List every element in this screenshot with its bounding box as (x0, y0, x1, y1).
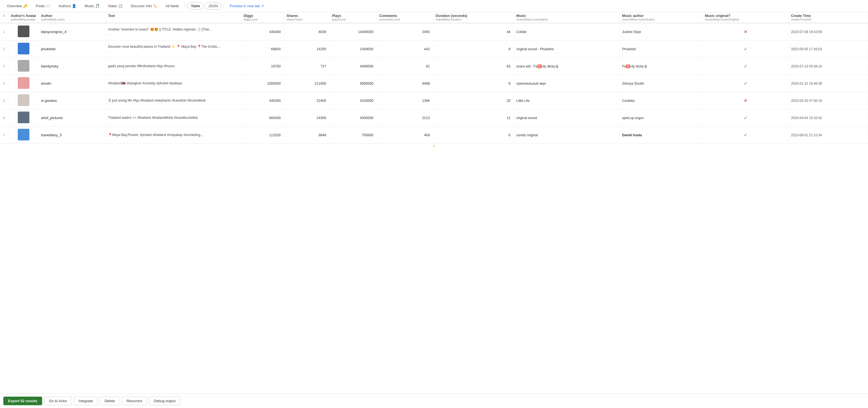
row-text: Discover most beautiful places in Thaila… (106, 40, 241, 58)
row-author: phuketist (38, 40, 106, 58)
debug-output-button[interactable]: Debug output (149, 397, 180, 405)
table-row: 4sinulin#thailand🇹🇭 #bangkok #comedy #ph… (0, 75, 868, 92)
export-button[interactable]: Export 52 results (3, 397, 42, 405)
row-avatar (8, 58, 38, 75)
top-navigation: Overview 🔑 Posts ✉️ Authors 👤 Music 🎵 Vi… (0, 0, 868, 12)
row-duration: 44 (433, 23, 514, 40)
tab-json[interactable]: JSON (205, 2, 222, 10)
row-plays: 4400000 (330, 58, 377, 75)
tab-discover-info[interactable]: Discover Info 🏷️ (127, 2, 161, 10)
row-shares: 9848 (284, 126, 330, 144)
cross-icon: ✕ (744, 98, 747, 103)
row-shares: 727 (284, 58, 330, 75)
row-plays: 9900000 (330, 75, 377, 92)
preview-new-tab-link[interactable]: Preview in new tab ↗ (227, 2, 266, 9)
row-shares: 8039 (284, 23, 330, 40)
table-container: # Author's Avatar authorMeta.avatar Auth… (0, 12, 868, 394)
tab-all-fields[interactable]: All fields (162, 2, 183, 10)
row-diggs: 19700 (241, 58, 284, 75)
col-header-avatar: Author's Avatar authorMeta.avatar (8, 12, 38, 23)
row-shares: 14200 (284, 40, 330, 58)
row-duration: 8 (433, 40, 514, 58)
row-shares: 22400 (284, 92, 330, 109)
row-diggs: 430400 (241, 23, 284, 40)
row-diggs: 68600 (241, 40, 284, 58)
tab-music[interactable]: Music 🎵 (81, 2, 103, 10)
row-duration: 20 (433, 92, 514, 109)
check-icon: ✓ (744, 115, 747, 120)
tab-posts[interactable]: Posts ✉️ (32, 2, 54, 10)
resurrect-button[interactable]: Resurrect (122, 397, 147, 405)
tab-authors[interactable]: Authors 👤 (55, 2, 80, 10)
row-plays: 4000000 (330, 109, 377, 126)
row-avatar (8, 23, 38, 40)
row-text: ☰ just loving life #fyp #thailand #eleph… (106, 92, 241, 109)
row-comments: 81 (377, 58, 433, 75)
check-icon: ✓ (744, 64, 747, 68)
row-create-time: 2024-04-04 15:33:42 (789, 109, 868, 126)
row-comments: 469 (377, 126, 433, 144)
row-diggs: 1000000 (241, 75, 284, 92)
row-music-author: Cordelia (620, 92, 703, 109)
check-icon: ✓ (744, 81, 747, 86)
row-plays: 14400000 (330, 23, 377, 40)
row-text: Another "enemies to lovers" 😍😍 || TITLE:… (106, 23, 241, 40)
tab-overview[interactable]: Overview 🔑 (3, 2, 31, 10)
check-icon: ✓ (744, 47, 747, 51)
row-avatar (8, 40, 38, 58)
go-to-actor-button[interactable]: Go to Actor (44, 397, 72, 405)
col-header-music-original: Music original? musicMeta.musicOriginal (703, 12, 789, 23)
cross-icon: ✕ (744, 29, 747, 34)
row-create-time: 2023-04-30 07:00:19 (789, 92, 868, 109)
row-comments: 2450 (377, 23, 433, 40)
row-create-time: 2023-07-09 19:43:59 (789, 23, 868, 40)
row-plays: 4100000 (330, 92, 377, 109)
col-header-num: # (0, 12, 8, 23)
integrate-button[interactable]: Integrate (74, 397, 98, 405)
row-comments: 442 (377, 40, 433, 58)
delete-button[interactable]: Delete (100, 397, 120, 405)
col-header-comments: Comments commentCount (377, 12, 433, 23)
row-create-time: 2024-01-31 18:46:39 (789, 75, 868, 92)
row-plays: 1400000 (330, 40, 377, 58)
tab-video[interactable]: Video 📋 (104, 2, 126, 10)
row-duration: 6 (433, 126, 514, 144)
col-header-shares: Shares shareCount (284, 12, 330, 23)
row-author: traveldiary_3 (38, 126, 106, 144)
row-number: 4 (0, 75, 8, 92)
table-row: 7traveldiary_3📍Maya Bay,Phuket. #phuket … (0, 126, 868, 144)
row-music: suara asli - Fa🅱️rdy ꓤicky🪬 (514, 58, 620, 75)
table-row: 1elpsycongroo_4Another "enemies to lover… (0, 23, 868, 40)
row-number: 7 (0, 126, 8, 144)
col-header-music: Music musicMeta.musicName (514, 12, 620, 23)
row-plays: 785600 (330, 126, 377, 144)
row-avatar (8, 75, 38, 92)
col-header-music-author: Music author musicMeta.musicAuthor (620, 12, 703, 23)
row-number: 6 (0, 109, 8, 126)
row-text: Thailand waters >> #thailand #thailandti… (106, 109, 241, 126)
row-avatar (8, 126, 38, 144)
row-create-time: 2023-09-05 17:45:03 (789, 40, 868, 58)
row-music-author: Justine Skye (620, 23, 703, 40)
tab-table[interactable]: Table (187, 2, 204, 10)
row-author: artof_pictures (38, 109, 106, 126)
row-music: original sound - Phuketist (514, 40, 620, 58)
col-header-text: Text (106, 12, 241, 23)
col-header-diggs: Diggs diggCount (241, 12, 284, 23)
row-comments: 9488 (377, 75, 433, 92)
row-author: sinulin (38, 75, 106, 92)
row-music: sonido original (514, 126, 620, 144)
col-header-plays: Plays playCount (330, 12, 377, 23)
row-comments: 2213 (377, 109, 433, 126)
row-music-original: ✓ (703, 109, 789, 126)
table-row: 2phuketistDiscover most beautiful places… (0, 40, 868, 58)
row-music-original: ✓ (703, 40, 789, 58)
row-number: 3 (0, 58, 8, 75)
row-diggs: 665400 (241, 109, 284, 126)
col-header-create-time: Create Time createTimeISO (789, 12, 868, 23)
row-music-author: Fa🅱️rdy ꓤicky🪬 (620, 58, 703, 75)
row-diggs: 113200 (241, 126, 284, 144)
row-number: 1 (0, 23, 8, 40)
table-row: 3faerdyrickygadis yang pemalu #filmthail… (0, 58, 868, 75)
row-diggs: 445400 (241, 92, 284, 109)
